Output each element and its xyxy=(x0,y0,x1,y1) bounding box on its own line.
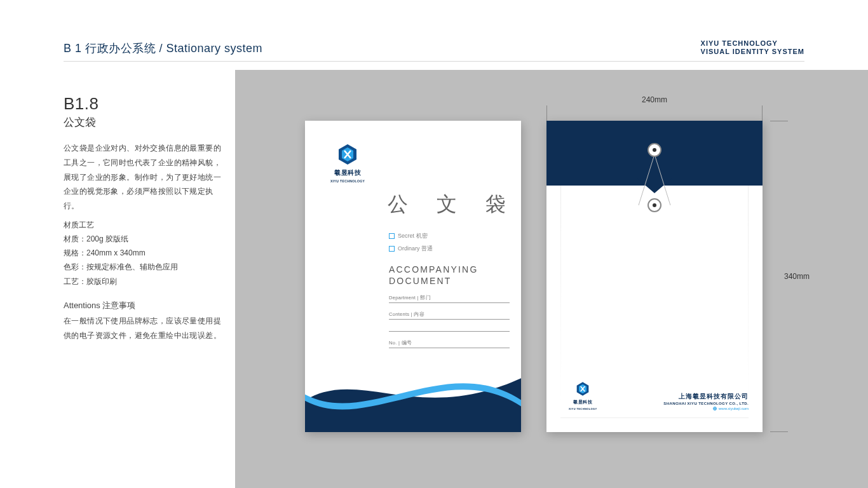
check-ordinary-label: Ordinary 普通 xyxy=(398,245,433,253)
field-contents-label: Contents | 内容 xyxy=(389,311,510,318)
checkbox-icon xyxy=(389,246,395,252)
company-block: 上海羲昱科技有限公司 SHANGHAI XIYU TECHNOLOGY CO.,… xyxy=(663,393,749,410)
brand-block: XIYU TECHNOLOGY VISUAL IDENTITY SYSTEM xyxy=(701,39,804,56)
attention-title: Attentions 注意事项 xyxy=(64,300,226,311)
company-name-en: SHANGHAI XIYU TECHNOLOGY CO., LTD. xyxy=(663,402,749,405)
accompanying-block: ACCOMPANYING DOCUMENT Department | 部门 Co… xyxy=(389,264,510,348)
brand-line-2: VISUAL IDENTITY SYSTEM xyxy=(701,48,804,56)
spec-color: 色彩：按规定标准色、辅助色应用 xyxy=(64,260,226,274)
logo-hexagon-icon xyxy=(575,381,590,396)
string-disc-bottom-icon xyxy=(648,198,661,212)
dimension-height: 340mm xyxy=(774,121,812,432)
brand-line-1: XIYU TECHNOLOGY xyxy=(701,39,804,48)
attention-body: 在一般情况下使用品牌标志，应该尽量使用提供的电子资源文件，避免在重绘中出现误差。 xyxy=(64,314,226,343)
field-no-label: No. | 编号 xyxy=(389,340,510,346)
dimension-width: 240mm xyxy=(546,95,763,104)
check-ordinary: Ordinary 普通 xyxy=(389,245,433,253)
dimension-height-value: 340mm xyxy=(784,272,810,281)
envelope-back-footer: 羲昱科技 XIYU TECHNOLOGY 上海羲昱科技有限公司 SHANGHAI… xyxy=(569,381,749,410)
brand-logo-small: 羲昱科技 XIYU TECHNOLOGY xyxy=(569,381,597,410)
envelope-back: 羲昱科技 XIYU TECHNOLOGY 上海羲昱科技有限公司 SHANGHAI… xyxy=(546,121,763,432)
company-name-cn: 上海羲昱科技有限公司 xyxy=(663,393,749,401)
field-department: Department | 部门 xyxy=(389,295,510,303)
spec-size: 规格：240mm x 340mm xyxy=(64,246,226,260)
logo-text-en: XIYU TECHNOLOGY xyxy=(330,179,365,183)
check-secret-label: Secret 机密 xyxy=(398,232,428,240)
string-disc-top-icon xyxy=(648,143,661,157)
logo-text-cn: 羲昱科技 xyxy=(334,168,361,177)
material-title: 材质工艺 xyxy=(64,220,226,231)
spec-process: 工艺：胶版印刷 xyxy=(64,274,226,288)
spec-material: 材质：200g 胶版纸 xyxy=(64,232,226,246)
field-department-label: Department | 部门 xyxy=(389,295,510,301)
accompanying-title-2: DOCUMENT xyxy=(389,276,510,287)
mockup-area: 羲昱科技 XIYU TECHNOLOGY 公 文 袋 Secret 机密 Ord… xyxy=(305,121,763,432)
brand-logo: 羲昱科技 XIYU TECHNOLOGY xyxy=(330,143,365,183)
page-header: B 1 行政办公系统 / Stationary system XIYU TECH… xyxy=(64,39,804,62)
check-secret: Secret 机密 xyxy=(389,232,433,240)
dimension-width-value: 240mm xyxy=(642,95,667,104)
decorative-wave xyxy=(305,358,521,432)
logo-text-en: XIYU TECHNOLOGY xyxy=(569,407,597,410)
mockup-canvas: 240mm 340mm 羲昱科技 XIYU TECHNOLO xyxy=(235,70,868,488)
envelope-title: 公 文 袋 xyxy=(388,191,517,219)
section-title: B 1 行政办公系统 / Stationary system xyxy=(64,41,262,56)
spec-sidebar: B1.8 公文袋 公文袋是企业对内、对外交换信息的最重要的工具之一，它同时也代表… xyxy=(64,94,226,342)
checkbox-icon xyxy=(389,233,395,239)
logo-text-cn: 羲昱科技 xyxy=(573,399,592,405)
envelope-front: 羲昱科技 XIYU TECHNOLOGY 公 文 袋 Secret 机密 Ord… xyxy=(305,121,521,432)
item-code: B1.8 xyxy=(64,94,226,114)
classification-checks: Secret 机密 Ordinary 普通 xyxy=(389,232,433,257)
logo-hexagon-icon xyxy=(336,143,359,166)
item-description: 公文袋是企业对内、对外交换信息的最重要的工具之一，它同时也代表了企业的精神风貌，… xyxy=(64,141,226,214)
item-name: 公文袋 xyxy=(64,115,226,130)
company-url: www.xiyukeji.com xyxy=(663,407,749,410)
field-contents: Contents | 内容 xyxy=(389,311,510,332)
globe-icon xyxy=(713,407,717,410)
field-no: No. | 编号 xyxy=(389,340,510,348)
accompanying-title-1: ACCOMPANYING xyxy=(389,264,510,276)
